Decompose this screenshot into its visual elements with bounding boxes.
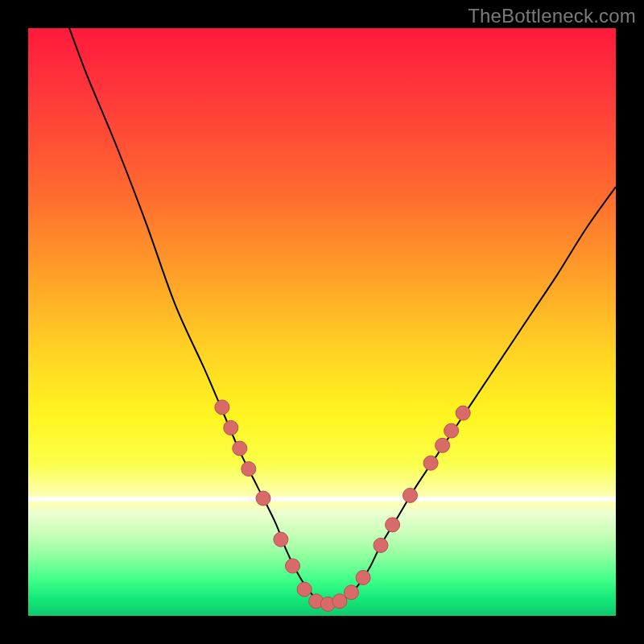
- curve-marker-dot: [256, 491, 270, 506]
- curve-marker-dot: [233, 441, 247, 456]
- curve-marker-dot: [320, 597, 335, 611]
- curve-marker-dot: [374, 538, 388, 552]
- curve-marker-dot: [356, 571, 370, 585]
- curve-marker-dot: [345, 585, 359, 600]
- curve-marker-dot: [242, 462, 256, 477]
- curve-path: [69, 28, 616, 605]
- bottleneck-curve: [28, 28, 616, 616]
- curve-marker-dot: [456, 406, 470, 420]
- curve-marker-dot: [436, 438, 450, 452]
- curve-marker-dot: [309, 594, 324, 609]
- curve-marker-dot: [423, 456, 438, 470]
- curve-marker-dot: [444, 423, 459, 438]
- plot-area: [28, 28, 616, 616]
- watermark: TheBottleneck.com: [468, 5, 636, 27]
- curve-marker-dot: [286, 559, 300, 573]
- curve-marker-dot: [332, 594, 347, 609]
- curve-markers: [215, 400, 470, 612]
- curve-marker-dot: [224, 420, 238, 435]
- chart-frame: TheBottleneck.com: [0, 0, 644, 644]
- curve-marker-dot: [215, 400, 229, 415]
- curve-marker-dot: [403, 488, 418, 502]
- curve-marker-dot: [297, 582, 312, 597]
- curve-marker-dot: [386, 518, 400, 532]
- curve-marker-dot: [274, 532, 288, 547]
